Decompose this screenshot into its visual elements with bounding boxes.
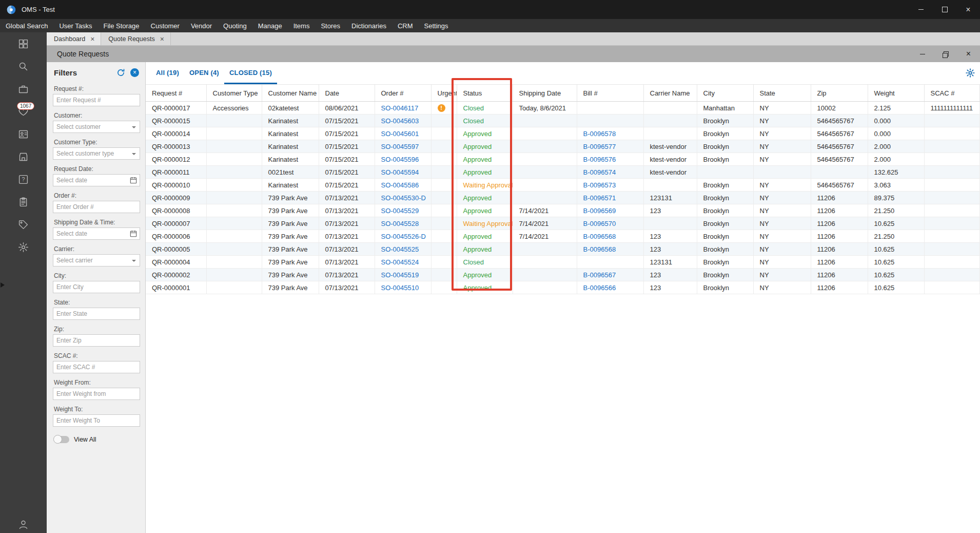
- bill-link[interactable]: B-0096573: [583, 181, 616, 189]
- doc-restore-button[interactable]: [934, 46, 957, 62]
- menu-item-crm[interactable]: CRM: [392, 19, 419, 32]
- contacts-icon[interactable]: [12, 123, 35, 145]
- user-icon[interactable]: [0, 519, 47, 530]
- menu-item-user-tasks[interactable]: User Tasks: [53, 19, 97, 32]
- bill-link[interactable]: B-0096578: [583, 130, 616, 138]
- filter-input-zip[interactable]: [53, 335, 140, 346]
- filter-input-state[interactable]: [53, 308, 140, 319]
- minimize-button[interactable]: [909, 0, 933, 19]
- bill-link[interactable]: B-0096569: [583, 207, 616, 215]
- filter-field-scac[interactable]: [53, 361, 140, 373]
- table-row[interactable]: QR-0000005739 Park Ave07/13/2021SO-00455…: [146, 243, 980, 256]
- filter-field-request[interactable]: [53, 94, 140, 106]
- filter-field-request-date[interactable]: [53, 174, 140, 186]
- view-tab-open[interactable]: OPEN (4): [184, 62, 224, 84]
- menu-item-items[interactable]: Items: [288, 19, 316, 32]
- table-row[interactable]: QR-0000012Karinatest07/15/2021SO-0045596…: [146, 153, 980, 166]
- menu-item-settings[interactable]: Settings: [419, 19, 454, 32]
- table-row[interactable]: QR-0000013Karinatest07/15/2021SO-0045597…: [146, 140, 980, 153]
- column-header-order[interactable]: Order #: [375, 85, 431, 102]
- table-row[interactable]: QR-0000001739 Park Ave07/13/2021SO-00455…: [146, 281, 980, 294]
- column-header-customer-type[interactable]: Customer Type: [206, 85, 262, 102]
- calendar-icon[interactable]: [129, 230, 138, 238]
- column-header-scac[interactable]: SCAC #: [924, 85, 980, 102]
- refresh-icon[interactable]: [116, 68, 125, 77]
- filter-input-carrier[interactable]: [53, 255, 140, 266]
- tab-dashboard[interactable]: Dashboard ×: [47, 32, 101, 45]
- filter-field-zip[interactable]: [53, 334, 140, 347]
- table-row[interactable]: QR-0000008739 Park Ave07/13/2021SO-00455…: [146, 204, 980, 217]
- clipboard-icon[interactable]: [12, 191, 35, 213]
- chevron-down-icon[interactable]: [132, 260, 136, 264]
- order-link[interactable]: SO-0045603: [381, 117, 419, 125]
- bill-link[interactable]: B-0096571: [583, 194, 616, 202]
- doc-close-button[interactable]: ×: [957, 46, 980, 62]
- order-link[interactable]: SO-0045524: [381, 258, 419, 266]
- filter-field-carrier[interactable]: [53, 254, 140, 266]
- filter-input-customer-type[interactable]: [53, 148, 140, 159]
- order-link[interactable]: SO-0045510: [381, 284, 419, 292]
- column-header-shipping-date[interactable]: Shipping Date: [513, 85, 577, 102]
- column-header-bill[interactable]: Bill #: [577, 85, 643, 102]
- tag-icon[interactable]: [12, 213, 35, 236]
- table-row[interactable]: QR-0000010Karinatest07/15/2021SO-0045586…: [146, 179, 980, 192]
- menu-item-manage[interactable]: Manage: [252, 19, 288, 32]
- search-icon[interactable]: [12, 55, 35, 78]
- dashboard-icon[interactable]: [12, 32, 35, 55]
- table-row[interactable]: QR-0000017Accessories02katetest08/06/202…: [146, 102, 980, 115]
- bill-link[interactable]: B-0096567: [583, 271, 616, 279]
- close-icon[interactable]: ×: [90, 35, 94, 43]
- filter-input-weight-to[interactable]: [53, 415, 140, 426]
- calendar-icon[interactable]: [129, 176, 138, 184]
- column-header-state[interactable]: State: [753, 85, 811, 102]
- doc-minimize-button[interactable]: [911, 46, 934, 62]
- table-row[interactable]: QR-0000002739 Park Ave07/13/2021SO-00455…: [146, 269, 980, 281]
- menu-item-file-storage[interactable]: File Storage: [97, 19, 145, 32]
- bill-link[interactable]: B-0096570: [583, 220, 616, 227]
- column-header-date[interactable]: Date: [319, 85, 375, 102]
- table-row[interactable]: QR-0000006739 Park Ave07/13/2021SO-00455…: [146, 230, 980, 243]
- view-tab-all[interactable]: All (19): [151, 62, 184, 84]
- order-link[interactable]: SO-0045526-D: [381, 233, 426, 240]
- bill-link[interactable]: B-0096574: [583, 168, 616, 176]
- grid-settings-gear-icon[interactable]: [965, 68, 975, 78]
- tab-quote-requests[interactable]: Quote Requests ×: [101, 32, 171, 45]
- briefcase-icon[interactable]: [12, 78, 35, 100]
- order-link[interactable]: SO-0045519: [381, 271, 419, 279]
- order-link[interactable]: SO-0045525: [381, 245, 419, 253]
- filter-field-city[interactable]: [53, 281, 140, 293]
- store-icon[interactable]: [12, 145, 35, 168]
- filter-field-order[interactable]: [53, 201, 140, 213]
- menu-item-customer[interactable]: Customer: [145, 19, 185, 32]
- filter-input-shipping-date-time[interactable]: [53, 228, 140, 239]
- column-header-carrier-name[interactable]: Carrier Name: [643, 85, 697, 102]
- column-header-weight[interactable]: Weight: [868, 85, 924, 102]
- help-icon[interactable]: [12, 168, 35, 191]
- order-link[interactable]: SO-0045528: [381, 220, 419, 227]
- table-row[interactable]: QR-0000004739 Park Ave07/13/2021SO-00455…: [146, 256, 980, 269]
- menu-item-stores[interactable]: Stores: [315, 19, 346, 32]
- filter-input-request-date[interactable]: [53, 175, 140, 186]
- bill-link[interactable]: B-0096576: [583, 156, 616, 163]
- chevron-down-icon[interactable]: [132, 153, 136, 157]
- column-header-city[interactable]: City: [697, 85, 753, 102]
- panel-expand-arrow-icon[interactable]: [1, 282, 7, 288]
- maximize-button[interactable]: [933, 0, 956, 19]
- filter-input-request[interactable]: [53, 94, 140, 106]
- column-header-request[interactable]: Request #: [146, 85, 206, 102]
- filter-field-customer-type[interactable]: [53, 147, 140, 160]
- table-row[interactable]: QR-0000009739 Park Ave07/13/2021SO-00455…: [146, 192, 980, 204]
- bill-link[interactable]: B-0096577: [583, 143, 616, 150]
- filter-input-order[interactable]: [53, 201, 140, 213]
- filter-input-weight-from[interactable]: [53, 388, 140, 399]
- column-header-urgent[interactable]: Urgent: [431, 85, 457, 102]
- order-link[interactable]: SO-0046117: [381, 104, 419, 112]
- column-header-customer-name[interactable]: Customer Name: [262, 85, 319, 102]
- table-row[interactable]: QR-0000007739 Park Ave07/13/2021SO-00455…: [146, 217, 980, 230]
- view-all-toggle[interactable]: [54, 436, 69, 443]
- table-row[interactable]: QR-00000110021test07/15/2021SO-0045594Ap…: [146, 166, 980, 179]
- filter-input-scac[interactable]: [53, 361, 140, 373]
- menu-item-vendor[interactable]: Vendor: [185, 19, 218, 32]
- order-link[interactable]: SO-0045596: [381, 156, 419, 163]
- column-header-zip[interactable]: Zip: [811, 85, 868, 102]
